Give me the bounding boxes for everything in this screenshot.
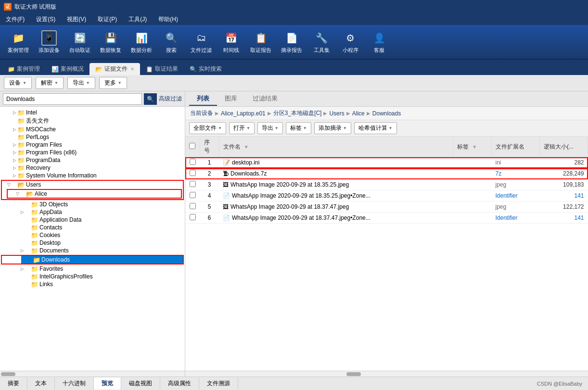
row-checkbox-1[interactable] <box>190 170 196 176</box>
tree-item-system-volume[interactable]: ▷ 📁 System Volume Information <box>0 172 185 179</box>
tree-item-documents[interactable]: ▷ 📁 Documents <box>0 247 185 254</box>
breadcrumb-alice-laptop[interactable]: Alice_Laptop.e01 <box>221 110 266 117</box>
table-row[interactable]: 1 📝desktop.ini ini 282 <box>185 157 588 168</box>
device-button[interactable]: 设备 ▼ <box>4 77 32 89</box>
tab-filter-results[interactable]: 过滤结果 <box>245 92 285 106</box>
col-header-tag[interactable]: 标签 ▼ <box>453 137 492 157</box>
status-tab-source[interactable]: 文件溯源 <box>199 377 238 390</box>
tab-evidence-file[interactable]: 📂 证据文件 ✕ <box>89 63 140 75</box>
tool-forensics-report[interactable]: 📋 取证报告 <box>246 28 275 56</box>
export-button[interactable]: 导出 ▼ <box>67 77 95 89</box>
tab-realtime-search[interactable]: 🔍 实时搜索 <box>184 63 228 75</box>
row-name-0[interactable]: 📝desktop.ini <box>219 157 453 168</box>
tool-support[interactable]: 👤 客服 <box>366 28 393 56</box>
intel-toggle[interactable]: ▷ <box>12 110 17 115</box>
status-tab-preview[interactable]: 预览 <box>94 377 121 390</box>
tab-case-overview[interactable]: 📊 案例概况 <box>46 63 89 75</box>
tool-toolset[interactable]: 🔧 工具集 <box>308 28 335 56</box>
filter-search-button[interactable]: 🔍 <box>144 93 157 105</box>
tree-item-appdata[interactable]: ▷ 📁 AppData <box>0 208 185 216</box>
tree-item-program-files-x86[interactable]: ▷ 📁 Program Files (x86) <box>0 149 185 156</box>
breadcrumb-current-device[interactable]: 当前设备 <box>190 109 213 117</box>
status-tab-summary[interactable]: 摘要 <box>0 377 27 390</box>
program-files-x86-toggle[interactable]: ▷ <box>12 150 17 155</box>
tree-item-favorites[interactable]: ▷ 📁 Favorites <box>0 265 185 273</box>
tree-item-recovery[interactable]: ▷ 📁 Recovery <box>0 164 185 172</box>
more-button[interactable]: 更多 ▼ <box>99 77 127 89</box>
status-tab-disk-view[interactable]: 磁盘视图 <box>121 377 160 390</box>
tool-data-recovery[interactable]: 💾 数据恢复 <box>96 28 125 56</box>
tool-file-filter[interactable]: 🗂 文件过滤 <box>187 28 216 56</box>
menu-forensics[interactable]: 取证(P) <box>96 14 119 25</box>
tool-add-device[interactable]: 📱 添加设备 <box>35 28 64 56</box>
alice-toggle[interactable]: ▽ <box>14 191 20 196</box>
tree-item-intel[interactable]: ▷ 📁 Intel <box>0 109 185 116</box>
breadcrumb-downloads[interactable]: Downloads <box>372 110 401 117</box>
users-toggle[interactable]: ▽ <box>6 182 12 187</box>
row-checkbox-2[interactable] <box>190 181 196 187</box>
appdata-toggle[interactable]: ▷ <box>19 210 25 214</box>
row-name-3[interactable]: 📄WhatsApp Image 2020-09-29 at 18.35.25.j… <box>219 190 453 201</box>
status-tab-advanced[interactable]: 高级属性 <box>160 377 199 390</box>
file-scroll-thumb[interactable] <box>346 372 361 376</box>
row-checkbox-0[interactable] <box>190 159 196 165</box>
tool-miniapp[interactable]: ⚙ 小程序 <box>337 28 364 56</box>
file-hscrollbar[interactable] <box>185 371 588 377</box>
add-excerpt-button[interactable]: 添加摘录 ▼ <box>314 122 351 134</box>
msocache-toggle[interactable]: ▷ <box>12 127 17 132</box>
system-volume-toggle[interactable]: ▷ <box>12 173 17 178</box>
tool-data-analysis[interactable]: 📊 数据分析 <box>127 28 156 56</box>
tree-item-programdata[interactable]: ▷ 📁 ProgramData <box>0 156 185 164</box>
open-file-button[interactable]: 打开 ▼ <box>229 122 255 134</box>
row-name-4[interactable]: 🖼WhatsApp Image 2020-09-29 at 18.37.47.j… <box>219 201 453 213</box>
tree-item-lost-files[interactable]: 📁 丢失文件 <box>0 116 185 126</box>
all-files-button[interactable]: 全部文件 ▼ <box>189 122 226 134</box>
tree-item-downloads[interactable]: 📁 Downloads <box>21 256 183 264</box>
tree-item-application-data[interactable]: 📁 Application Data <box>0 216 185 224</box>
table-row[interactable]: 5 🖼WhatsApp Image 2020-09-29 at 18.37.47… <box>185 201 588 213</box>
favorites-toggle[interactable]: ▷ <box>19 266 25 271</box>
tab-list-view[interactable]: 列表 <box>189 92 217 106</box>
tree-item-program-files[interactable]: ▷ 📁 Program Files <box>0 141 185 149</box>
row-checkbox-5[interactable] <box>190 214 196 220</box>
tab-case-manage[interactable]: 📁 案例管理 <box>2 63 46 75</box>
hash-calc-button[interactable]: 哈希值计算 ▼ <box>354 122 397 134</box>
table-row[interactable]: 4 📄WhatsApp Image 2020-09-29 at 18.35.25… <box>185 190 588 201</box>
breadcrumb-alice[interactable]: Alice <box>352 110 365 117</box>
tree-scroll-thumb[interactable] <box>1 372 15 376</box>
tree-item-intel-graphics[interactable]: 📁 IntelGraphicsProfiles <box>0 273 185 280</box>
tree-item-contacts[interactable]: 📁 Contacts <box>0 224 185 231</box>
advanced-filter-button[interactable]: 高级过滤 <box>159 95 182 103</box>
row-checkbox-4[interactable] <box>190 203 196 209</box>
menu-tools[interactable]: 工具(J) <box>127 14 149 25</box>
tool-search[interactable]: 🔍 搜索 <box>158 28 185 56</box>
tab-forensics-result[interactable]: 📋 取证结果 <box>140 63 184 75</box>
tool-extract-report[interactable]: 📄 摘录报告 <box>277 28 306 56</box>
documents-toggle[interactable]: ▷ <box>19 248 25 253</box>
status-tab-text[interactable]: 文本 <box>27 377 55 390</box>
select-all-checkbox[interactable] <box>189 143 195 149</box>
programdata-toggle[interactable]: ▷ <box>12 158 17 163</box>
export-file-button[interactable]: 导出 ▼ <box>257 122 283 134</box>
status-tab-hex[interactable]: 十六进制 <box>55 377 94 390</box>
table-row[interactable]: 3 🖼WhatsApp Image 2020-09-29 at 18.35.25… <box>185 179 588 190</box>
tool-case-manage[interactable]: 📁 案例管理 <box>4 28 33 56</box>
tree-item-desktop[interactable]: 📁 Desktop <box>0 239 185 247</box>
menu-settings[interactable]: 设置(S) <box>34 14 57 25</box>
recovery-toggle[interactable]: ▷ <box>12 165 17 170</box>
tree-hscrollbar[interactable] <box>0 371 185 377</box>
row-name-1[interactable]: 🗜Downloads.7z <box>219 168 453 179</box>
tab-gallery-view[interactable]: 图库 <box>217 92 245 106</box>
menu-help[interactable]: 帮助(H) <box>156 14 180 25</box>
table-row[interactable]: 6 📄WhatsApp Image 2020-09-29 at 18.37.47… <box>185 213 588 224</box>
tree-item-msocache[interactable]: ▷ 📁 MSOCache <box>0 126 185 133</box>
evidence-tab-close[interactable]: ✕ <box>130 66 134 72</box>
row-name-2[interactable]: 🖼WhatsApp Image 2020-09-29 at 18.35.25.j… <box>219 179 453 190</box>
tool-auto-forensics[interactable]: 🔄 自动取证 <box>65 28 94 56</box>
decrypt-button[interactable]: 解密 ▼ <box>36 77 64 89</box>
table-row[interactable]: 2 🗜Downloads.7z 7z 228,249 <box>185 168 588 179</box>
row-checkbox-3[interactable] <box>190 192 196 198</box>
filter-input[interactable] <box>3 93 142 105</box>
tool-timeline[interactable]: 📅 时间线 <box>217 28 244 56</box>
tree-item-users[interactable]: ▽ 📂 Users <box>6 181 183 189</box>
